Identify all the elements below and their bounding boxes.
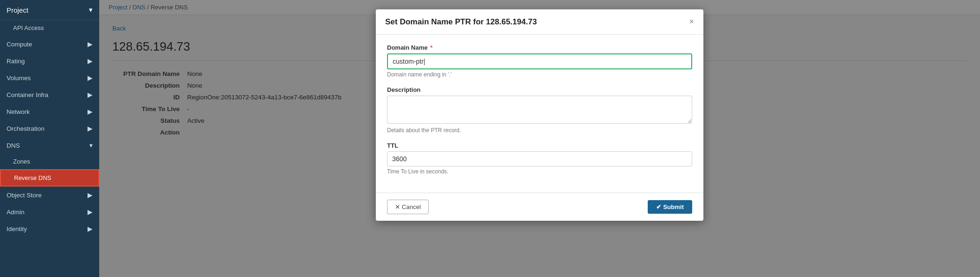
network-label: Network bbox=[7, 108, 30, 115]
dns-label: DNS bbox=[7, 142, 20, 149]
modal-header: Set Domain Name PTR for 128.65.194.73 × bbox=[376, 9, 703, 35]
description-hint: Details about the PTR record. bbox=[387, 127, 692, 134]
api-access-label: API Access bbox=[13, 24, 44, 31]
required-star: * bbox=[430, 44, 432, 51]
sidebar-item-reverse-dns[interactable]: Reverse DNS bbox=[0, 169, 99, 187]
modal-close-button[interactable]: × bbox=[689, 17, 694, 27]
sidebar-item-zones[interactable]: Zones bbox=[0, 154, 99, 169]
domain-name-hint: Domain name ending in '.' bbox=[387, 71, 692, 78]
object-store-chevron: ▶ bbox=[88, 191, 93, 199]
modal-title: Set Domain Name PTR for 128.65.194.73 bbox=[385, 17, 537, 27]
ttl-input[interactable] bbox=[387, 151, 692, 166]
sidebar: Project ▾ API Access Compute ▶ Rating ▶ … bbox=[0, 0, 99, 277]
zones-label: Zones bbox=[13, 158, 30, 165]
volumes-chevron: ▶ bbox=[88, 74, 93, 82]
rating-chevron: ▶ bbox=[88, 57, 93, 65]
project-chevron: ▾ bbox=[89, 6, 93, 14]
admin-chevron: ▶ bbox=[88, 208, 93, 216]
object-store-label: Object Store bbox=[7, 192, 42, 199]
sidebar-item-volumes[interactable]: Volumes ▶ bbox=[0, 69, 99, 86]
orchestration-label: Orchestration bbox=[7, 125, 44, 132]
sidebar-item-orchestration[interactable]: Orchestration ▶ bbox=[0, 120, 99, 137]
identity-chevron: ▶ bbox=[88, 225, 93, 232]
container-infra-label: Container Infra bbox=[7, 91, 48, 98]
modal-overlay: Set Domain Name PTR for 128.65.194.73 × … bbox=[99, 0, 980, 277]
submit-button[interactable]: ✔ Submit bbox=[648, 200, 692, 214]
container-infra-chevron: ▶ bbox=[88, 91, 93, 98]
compute-label: Compute bbox=[7, 41, 32, 48]
sidebar-item-network[interactable]: Network ▶ bbox=[0, 103, 99, 120]
main-content: Project / DNS / Reverse DNS Back 128.65.… bbox=[99, 0, 980, 277]
rating-label: Rating bbox=[7, 58, 25, 65]
sidebar-item-identity[interactable]: Identity ▶ bbox=[0, 220, 99, 237]
description-label: Description bbox=[387, 86, 692, 93]
orchestration-chevron: ▶ bbox=[88, 125, 93, 132]
project-header[interactable]: Project ▾ bbox=[0, 0, 99, 20]
dns-chevron: ▾ bbox=[89, 142, 93, 149]
domain-name-group: Domain Name * ✓ Domain name ending in '.… bbox=[387, 44, 692, 78]
domain-name-input[interactable] bbox=[387, 53, 692, 69]
cancel-button[interactable]: ✕ Cancel bbox=[387, 200, 429, 214]
modal-body: Domain Name * ✓ Domain name ending in '.… bbox=[376, 35, 703, 193]
admin-label: Admin bbox=[7, 209, 24, 216]
ttl-label: TTL bbox=[387, 142, 692, 149]
sidebar-item-admin[interactable]: Admin ▶ bbox=[0, 203, 99, 220]
volumes-label: Volumes bbox=[7, 75, 31, 82]
sidebar-item-container-infra[interactable]: Container Infra ▶ bbox=[0, 86, 99, 103]
sidebar-item-object-store[interactable]: Object Store ▶ bbox=[0, 187, 99, 203]
reverse-dns-label: Reverse DNS bbox=[14, 174, 51, 181]
network-chevron: ▶ bbox=[88, 108, 93, 115]
domain-name-label: Domain Name * bbox=[387, 44, 692, 51]
project-label: Project bbox=[7, 6, 29, 14]
description-group: Description Details about the PTR record… bbox=[387, 86, 692, 134]
modal-dialog: Set Domain Name PTR for 128.65.194.73 × … bbox=[376, 9, 703, 221]
sidebar-item-compute[interactable]: Compute ▶ bbox=[0, 36, 99, 52]
compute-chevron: ▶ bbox=[88, 40, 93, 48]
sidebar-item-rating[interactable]: Rating ▶ bbox=[0, 52, 99, 69]
description-input[interactable] bbox=[387, 96, 692, 124]
sidebar-item-dns[interactable]: DNS ▾ bbox=[0, 137, 99, 154]
modal-footer: ✕ Cancel ✔ Submit bbox=[376, 193, 703, 221]
identity-label: Identity bbox=[7, 225, 27, 232]
ttl-group: TTL Time To Live in seconds. bbox=[387, 142, 692, 175]
sidebar-item-api-access[interactable]: API Access bbox=[0, 20, 99, 36]
ttl-hint: Time To Live in seconds. bbox=[387, 168, 692, 175]
domain-name-input-wrapper: ✓ bbox=[387, 53, 692, 69]
